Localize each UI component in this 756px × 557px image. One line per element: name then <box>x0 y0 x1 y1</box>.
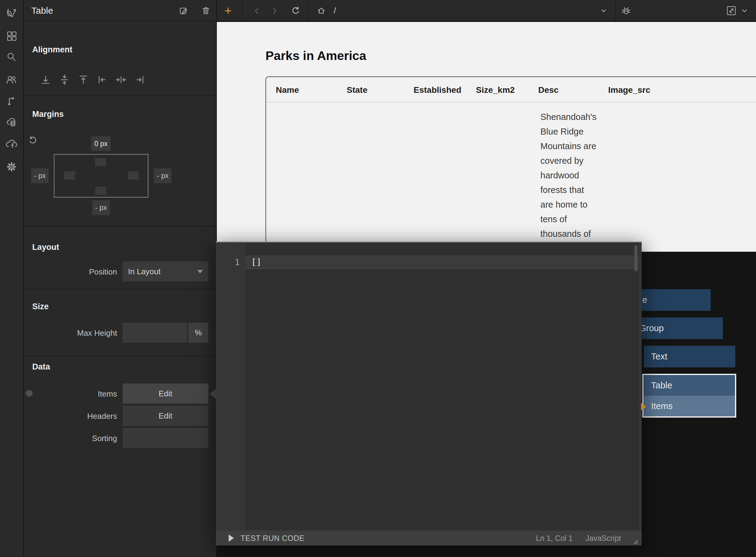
search-icon[interactable] <box>5 51 18 64</box>
position-value: In Layout <box>128 267 161 276</box>
margin-left-value[interactable]: - px <box>31 168 49 183</box>
dashboard-grid-icon[interactable] <box>5 30 18 42</box>
align-center-vertical-button[interactable] <box>59 74 70 86</box>
headers-label: Headers <box>32 411 117 421</box>
data-section-label: Data <box>32 362 50 372</box>
headers-edit-button[interactable]: Edit <box>123 406 208 426</box>
code-active-line[interactable]: [] <box>245 256 639 269</box>
refresh-button[interactable] <box>288 0 303 21</box>
editor-footer-bar: TEST RUN CODE Ln 1, Col 1 JavaScript <box>216 531 642 546</box>
toolbar-separator <box>307 0 308 21</box>
column-header: Name <box>276 85 299 95</box>
tree-selected-group: Table Items <box>642 374 736 418</box>
margin-right-handle[interactable] <box>128 171 139 180</box>
tree-item-items[interactable]: Items <box>643 396 735 416</box>
tree-item-label: e <box>642 295 647 305</box>
position-select[interactable]: In Layout <box>123 261 208 282</box>
position-label: Position <box>32 267 117 277</box>
run-play-icon[interactable] <box>229 534 234 542</box>
tree-item-table[interactable]: Table <box>643 375 735 396</box>
breadcrumb-root[interactable]: / <box>330 0 340 21</box>
desc-text-line: hardwood <box>540 168 597 183</box>
tree-item-clipped[interactable]: e <box>633 289 711 311</box>
tree-item-label: Table <box>651 380 672 390</box>
layout-section-label: Layout <box>32 242 59 252</box>
tree-item-group[interactable]: Group <box>633 318 723 339</box>
tree-item-text[interactable]: Text <box>644 346 735 368</box>
sorting-label: Sorting <box>32 434 117 443</box>
app-logo-icon[interactable] <box>5 7 18 20</box>
margin-left-handle[interactable] <box>64 171 75 180</box>
section-divider <box>24 355 216 356</box>
margins-reset-icon[interactable] <box>29 136 38 146</box>
margin-top-value[interactable]: 0 px <box>91 136 111 151</box>
section-divider <box>24 95 216 96</box>
toolbar-separator <box>615 0 616 21</box>
cloud-functions-icon[interactable] <box>5 138 18 151</box>
align-bottom-button[interactable] <box>40 74 52 86</box>
desc-text-line: tens of <box>540 212 597 227</box>
test-run-code-button[interactable]: TEST RUN CODE <box>241 534 305 543</box>
top-toolbar: + / <box>217 0 756 21</box>
align-top-button[interactable] <box>77 74 89 86</box>
max-height-input[interactable] <box>123 323 187 343</box>
margin-bottom-value[interactable]: - px <box>92 200 110 215</box>
cloud-database-icon[interactable] <box>5 116 18 129</box>
align-right-button[interactable] <box>134 74 146 86</box>
align-left-button[interactable] <box>96 74 108 86</box>
max-height-label: Max Height <box>32 328 117 338</box>
selected-component-title: Table <box>31 5 53 16</box>
desc-text-line: Mountains are <box>540 139 597 153</box>
edit-component-icon[interactable] <box>177 4 190 17</box>
cursor-position: Ln 1, Col 1 <box>536 534 573 543</box>
table-header-divider <box>266 102 756 102</box>
forward-button[interactable] <box>268 0 281 21</box>
margins-section-label: Margins <box>32 110 64 119</box>
margin-right-value[interactable]: - px <box>154 168 171 183</box>
margin-bottom-handle[interactable] <box>95 186 106 195</box>
sorting-input[interactable] <box>123 428 208 448</box>
desc-text-line: forests that <box>540 183 597 197</box>
line-number: 1 <box>216 256 240 269</box>
canvas-table-widget[interactable]: Name State Established Size_km2 Desc Ima… <box>265 77 756 252</box>
size-section-label: Size <box>32 302 49 311</box>
preview-dropdown-chevron-icon[interactable] <box>738 0 751 21</box>
margin-top-handle[interactable] <box>95 158 106 166</box>
align-center-horizontal-button[interactable] <box>115 74 127 86</box>
tree-item-label: Group <box>639 323 664 333</box>
delete-component-icon[interactable] <box>199 4 213 17</box>
left-icon-rail <box>0 0 24 557</box>
code-editor-area[interactable] <box>245 243 639 530</box>
expand-fullscreen-icon[interactable] <box>724 0 739 21</box>
table-desc-cell: Shenandoah's Blue Ridge Mountains are co… <box>540 110 597 241</box>
language-selector[interactable]: JavaScript <box>586 534 621 543</box>
chevron-down-icon <box>197 270 203 273</box>
editor-scrollbar[interactable] <box>634 245 637 271</box>
home-button[interactable] <box>314 0 328 21</box>
resize-handle[interactable] <box>631 539 639 545</box>
items-edit-button[interactable]: Edit <box>123 383 208 404</box>
max-height-unit-button[interactable]: % <box>188 323 208 343</box>
items-label: Items <box>32 389 117 399</box>
debug-bug-icon[interactable] <box>619 0 633 21</box>
items-connection-port[interactable] <box>26 390 33 397</box>
margins-box-diagram <box>54 154 148 198</box>
column-header: Size_km2 <box>476 85 515 95</box>
tree-item-label: Items <box>651 401 673 411</box>
canvas-title-text[interactable]: Parks in America <box>265 49 366 63</box>
back-button[interactable] <box>250 0 264 21</box>
branch-icon[interactable] <box>5 95 18 108</box>
settings-gear-icon[interactable] <box>5 160 18 173</box>
desc-text-line: covered by <box>540 153 597 168</box>
items-anchor-arrow-icon <box>641 403 646 410</box>
users-icon[interactable] <box>5 74 18 86</box>
app-canvas[interactable]: Parks in America Name State Established … <box>217 22 756 252</box>
inspector-panel: Table Alignment Margin <box>24 0 217 557</box>
add-button[interactable]: + <box>221 0 235 21</box>
page-dropdown-chevron-icon[interactable] <box>597 0 610 21</box>
desc-text-line: thousands of <box>540 227 597 241</box>
section-divider <box>24 289 216 289</box>
inspector-header: Table <box>24 0 216 21</box>
column-header: Established <box>414 85 461 95</box>
editor-status: Ln 1, Col 1 JavaScript <box>536 534 621 543</box>
